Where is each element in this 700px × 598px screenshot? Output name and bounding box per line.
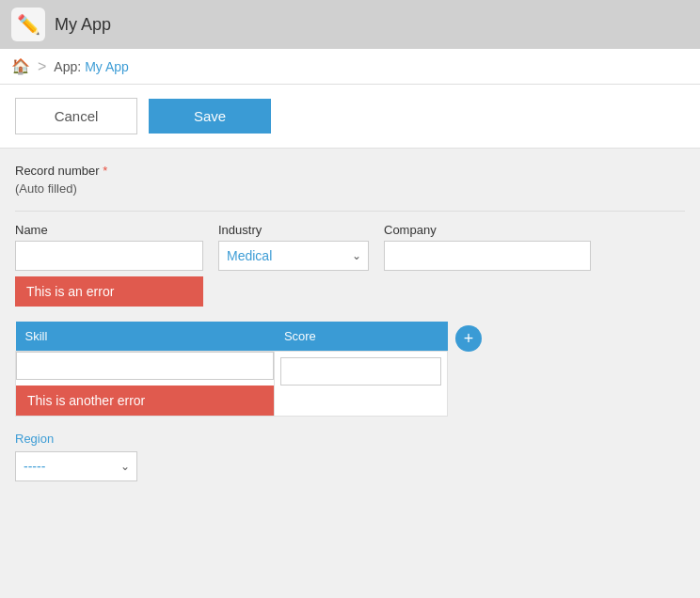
app-header: ✏️ My App xyxy=(0,0,700,49)
name-field-group: Name This is an error xyxy=(15,223,203,307)
region-section: Region ----- North South East West ⌄ xyxy=(15,432,685,481)
score-input[interactable] xyxy=(280,357,441,386)
skills-col-score: Score xyxy=(275,322,448,352)
industry-label: Industry xyxy=(218,223,369,237)
region-select-wrapper: ----- North South East West ⌄ xyxy=(15,451,137,481)
skills-section: Skill Score This is another error xyxy=(15,322,685,417)
add-skill-button[interactable]: + xyxy=(455,325,482,352)
industry-select-wrapper: Medical Technology Finance Education ⌄ xyxy=(218,241,369,271)
company-label: Company xyxy=(384,223,591,237)
app-logo-icon: ✏️ xyxy=(17,13,40,36)
table-row: This is another error xyxy=(16,352,448,417)
skill-cell-inner: This is another error xyxy=(16,352,274,416)
breadcrumb-app-label: App: xyxy=(54,59,81,74)
name-label: Name xyxy=(15,223,203,237)
skills-table: Skill Score This is another error xyxy=(15,322,448,417)
industry-field-group: Industry Medical Technology Finance Educ… xyxy=(218,223,369,271)
skills-row-wrapper: Skill Score This is another error xyxy=(15,322,685,417)
breadcrumb: 🏠 > App: My App xyxy=(0,49,700,85)
name-error-banner: This is an error xyxy=(15,276,203,307)
cancel-button[interactable]: Cancel xyxy=(15,98,137,134)
app-logo: ✏️ xyxy=(11,8,45,41)
record-number-section: Record number * (Auto filled) xyxy=(15,164,685,196)
skills-col-skill: Skill xyxy=(16,322,275,352)
region-label: Region xyxy=(15,432,685,446)
skill-cell: This is another error xyxy=(16,352,275,417)
auto-filled-label: (Auto filled) xyxy=(15,181,685,196)
app-title: My App xyxy=(55,15,111,35)
required-indicator: * xyxy=(103,164,107,178)
skill-error-banner: This is another error xyxy=(16,386,274,416)
breadcrumb-app-link[interactable]: My App xyxy=(85,59,129,74)
company-input[interactable] xyxy=(384,241,591,271)
skill-input[interactable] xyxy=(16,352,274,380)
name-input[interactable] xyxy=(15,241,203,271)
form-area: Record number * (Auto filled) Name This … xyxy=(0,149,700,496)
toolbar: Cancel Save xyxy=(0,85,700,149)
home-icon[interactable]: 🏠 xyxy=(11,57,30,75)
company-field-group: Company xyxy=(384,223,591,271)
region-select[interactable]: ----- North South East West xyxy=(15,451,137,481)
score-cell xyxy=(275,352,448,417)
record-number-label: Record number * xyxy=(15,164,685,178)
breadcrumb-separator: > xyxy=(38,58,46,75)
fields-row-main: Name This is an error Industry Medical T… xyxy=(15,223,685,307)
save-button[interactable]: Save xyxy=(149,99,271,134)
industry-select[interactable]: Medical Technology Finance Education xyxy=(218,241,369,271)
